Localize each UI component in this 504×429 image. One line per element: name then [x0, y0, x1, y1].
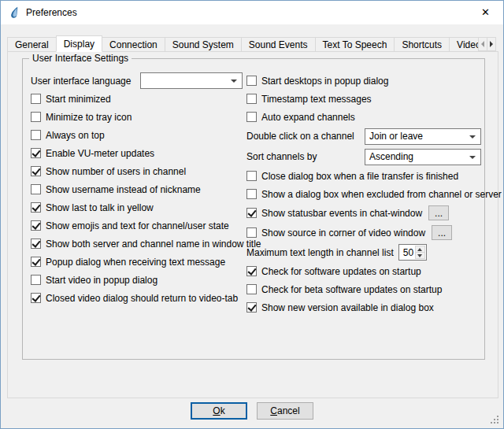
option-label: Close dialog box when a file transfer is… — [261, 171, 458, 182]
option-label: Show number of users in channel — [46, 166, 186, 177]
vu-meter-checkbox[interactable] — [31, 148, 41, 158]
tab-text-to-speech[interactable]: Text To Speech — [315, 37, 395, 52]
option-window-title[interactable]: Show both server and channel name in win… — [31, 235, 243, 253]
option-show-username[interactable]: Show username instead of nickname — [31, 180, 243, 198]
option-auto-expand[interactable]: Auto expand channels — [246, 108, 483, 126]
close-transfer-dialog-checkbox[interactable] — [246, 171, 257, 181]
tab-display[interactable]: Display — [56, 35, 102, 52]
show-emojis-checkbox[interactable] — [31, 220, 41, 231]
minimize-to-tray-checkbox[interactable] — [31, 112, 41, 122]
option-label: Always on top — [46, 130, 105, 141]
cancel-button[interactable]: Cancel — [257, 402, 313, 420]
option-label: Closed video dialog should return to vid… — [46, 293, 238, 304]
tab-scroll-right-button[interactable] — [487, 37, 496, 51]
double-click-label: Double click on a channel — [246, 131, 365, 142]
new-version-dialog-checkbox[interactable] — [246, 302, 257, 313]
option-label: Start desktops in popup dialog — [261, 76, 388, 87]
option-label: Check for beta software updates on start… — [261, 284, 442, 295]
always-on-top-checkbox[interactable] — [31, 130, 41, 140]
language-row: User interface language — [31, 72, 243, 90]
right-arrow-icon — [490, 41, 493, 47]
max-text-length-spinner[interactable]: 50 — [398, 244, 427, 261]
option-statusbar-events[interactable]: Show statusbar events in chat-window ... — [246, 203, 483, 223]
option-label: Show source in corner of video window — [261, 227, 425, 239]
popup-text-message-checkbox[interactable] — [31, 257, 41, 267]
up-arrow-icon — [417, 248, 422, 251]
display-tab-panel: User Interface Settings User interface l… — [7, 51, 498, 398]
ok-button-label: Ok — [191, 405, 246, 416]
resize-grip[interactable] — [491, 416, 500, 425]
sort-channels-label: Sort channels by — [246, 151, 365, 162]
tab-general[interactable]: General — [7, 37, 57, 52]
close-button[interactable]: ✕ — [468, 1, 503, 24]
option-last-to-talk[interactable]: Show last to talk in yellow — [31, 198, 243, 216]
group-title: User Interface Settings — [29, 53, 132, 64]
show-username-checkbox[interactable] — [31, 184, 41, 194]
last-to-talk-checkbox[interactable] — [31, 202, 41, 213]
option-start-minimized[interactable]: Start minimized — [31, 90, 243, 108]
spin-buttons — [415, 246, 425, 259]
option-label: Show a dialog box when excluded from cha… — [261, 189, 502, 200]
video-source-corner-checkbox[interactable] — [246, 227, 257, 238]
option-video-source-corner[interactable]: Show source in corner of video window ..… — [246, 223, 483, 242]
video-return-tab-checkbox[interactable] — [31, 293, 41, 303]
option-popup-text-message[interactable]: Popup dialog when receiving text message — [31, 253, 243, 271]
double-click-value: Join or leave — [369, 131, 423, 142]
video-popup-checkbox[interactable] — [31, 275, 41, 285]
double-click-combobox[interactable]: Join or leave — [365, 128, 481, 145]
max-text-length-row: Maximum text length in channel list 50 — [246, 242, 483, 262]
statusbar-events-checkbox[interactable] — [246, 208, 257, 218]
window-title-checkbox[interactable] — [31, 239, 41, 249]
option-show-user-count[interactable]: Show number of users in channel — [31, 162, 243, 180]
window-title: Preferences — [26, 7, 77, 18]
chevron-down-icon — [231, 80, 237, 83]
right-column: Start desktops in popup dialog Timestamp… — [246, 72, 483, 316]
option-label: Timestamp text messages — [261, 94, 372, 105]
check-beta-updates-checkbox[interactable] — [246, 284, 257, 294]
check-updates-checkbox[interactable] — [246, 266, 257, 276]
option-label: Check for software updates on startup — [261, 266, 421, 277]
app-icon — [8, 6, 20, 19]
option-always-on-top[interactable]: Always on top — [31, 126, 243, 144]
option-check-updates[interactable]: Check for software updates on startup — [246, 262, 483, 280]
spin-down-button[interactable] — [415, 252, 425, 259]
option-new-version-dialog[interactable]: Show new version available in dialog box — [246, 298, 483, 316]
option-label: Start minimized — [46, 94, 111, 105]
tab-sound-events[interactable]: Sound Events — [241, 37, 316, 52]
chevron-down-icon — [469, 156, 476, 159]
desktops-popup-checkbox[interactable] — [246, 76, 257, 86]
user-interface-settings-group: User Interface Settings User interface l… — [22, 58, 485, 360]
start-minimized-checkbox[interactable] — [31, 94, 41, 104]
option-label: Start video in popup dialog — [46, 275, 158, 286]
tab-shortcuts[interactable]: Shortcuts — [394, 37, 450, 52]
option-check-beta-updates[interactable]: Check for beta software updates on start… — [246, 280, 483, 298]
sort-channels-row: Sort channels by Ascending — [246, 146, 483, 167]
show-user-count-checkbox[interactable] — [31, 166, 41, 176]
left-column: User interface language Start minimized … — [31, 72, 243, 307]
option-close-transfer-dialog[interactable]: Close dialog box when a file transfer is… — [246, 167, 483, 185]
language-combobox[interactable] — [140, 72, 243, 89]
option-video-return-tab[interactable]: Closed video dialog should return to vid… — [31, 289, 243, 307]
dialog-buttons: Ok Cancel — [1, 402, 503, 420]
option-show-emojis[interactable]: Show emojis and text for channel/user st… — [31, 216, 243, 235]
ok-button[interactable]: Ok — [191, 402, 247, 420]
video-source-more-button[interactable]: ... — [432, 225, 452, 240]
option-label: Show last to talk in yellow — [46, 202, 154, 213]
option-excluded-dialog[interactable]: Show a dialog box when excluded from cha… — [246, 185, 483, 203]
sort-channels-combobox[interactable]: Ascending — [365, 149, 481, 165]
option-timestamp-messages[interactable]: Timestamp text messages — [246, 90, 483, 108]
auto-expand-checkbox[interactable] — [246, 112, 257, 122]
option-vu-meter[interactable]: Enable VU-meter updates — [31, 144, 243, 162]
timestamp-messages-checkbox[interactable] — [246, 94, 257, 104]
option-desktops-popup[interactable]: Start desktops in popup dialog — [246, 72, 483, 90]
option-minimize-to-tray[interactable]: Minimize to tray icon — [31, 108, 243, 126]
option-label: Popup dialog when receiving text message — [46, 257, 225, 268]
tab-scroller — [478, 37, 496, 51]
statusbar-events-more-button[interactable]: ... — [428, 205, 449, 220]
language-label: User interface language — [31, 76, 140, 87]
excluded-dialog-checkbox[interactable] — [246, 189, 257, 199]
option-label: Show emojis and text for channel/user st… — [46, 220, 229, 231]
tab-connection[interactable]: Connection — [102, 37, 165, 52]
tab-sound-system[interactable]: Sound System — [165, 37, 242, 52]
option-video-popup[interactable]: Start video in popup dialog — [31, 271, 243, 289]
